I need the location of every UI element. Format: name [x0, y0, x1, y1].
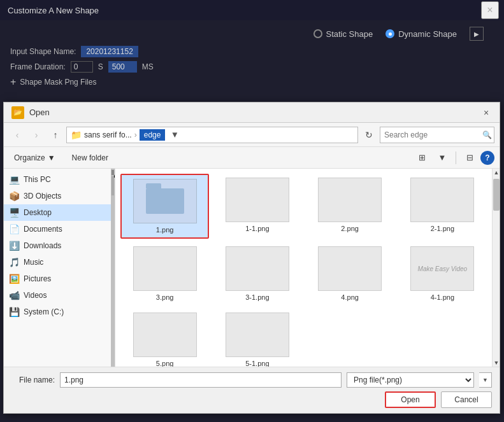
frame-ms-value: 500 — [108, 61, 137, 73]
file-name-row: File name: Png file(*.png) ▼ — [11, 372, 492, 388]
back-button[interactable]: ‹ — [9, 127, 25, 143]
frame-s-label: S — [98, 62, 103, 71]
file-item-6[interactable]: 3-1.png — [213, 243, 301, 305]
shape-type-group: Static Shape Dynamic Shape ▶ — [313, 27, 484, 41]
sidebar-item-documents[interactable]: 📄 Documents — [4, 221, 115, 237]
file-area: 1.png 1-1.png 2.png 2-1 — [115, 169, 492, 367]
file-item-5[interactable]: 3.png — [120, 243, 209, 305]
input-shape-name-value: 20201231152 — [81, 46, 138, 57]
file-name-3: 2.png — [341, 225, 359, 232]
file-item-3[interactable]: 2.png — [306, 174, 394, 239]
static-shape-option[interactable]: Static Shape — [313, 29, 373, 39]
toolbar-row: Organize ▼ New folder ⊞ ▼ ⊟ ? — [4, 147, 500, 169]
file-scrollbar[interactable]: ▲ ▼ — [492, 169, 500, 367]
file-item-10[interactable]: 5-1.png — [213, 309, 301, 367]
frame-ms-label: MS — [142, 62, 154, 71]
dynamic-shape-option[interactable]: Dynamic Shape — [385, 29, 457, 39]
file-type-dropdown-button[interactable]: ▼ — [479, 372, 492, 388]
up-button[interactable]: ↑ — [47, 127, 64, 143]
pictures-icon: 🖼️ — [9, 274, 20, 284]
sidebar-item-music[interactable]: 🎵 Music — [4, 254, 115, 271]
downloads-icon: ⬇️ — [9, 241, 20, 251]
file-thumbnail-10 — [226, 313, 289, 357]
sidebar-item-thispc[interactable]: 💻 This PC — [4, 171, 115, 188]
title-bar: Customize A New Shape × — [0, 0, 504, 20]
file-thumbnail-5 — [133, 246, 197, 291]
sidebar-item-label: Downloads — [24, 241, 61, 250]
refresh-button[interactable]: ↻ — [361, 127, 377, 143]
dynamic-shape-radio[interactable] — [385, 29, 394, 38]
sidebar-item-downloads[interactable]: ⬇️ Downloads — [4, 237, 115, 254]
breadcrumb-bar: 📁 sans serif fo... › edge ▼ — [66, 127, 358, 143]
file-item-9[interactable]: 5.png — [120, 309, 209, 367]
file-grid: 1.png 1-1.png 2.png 2-1 — [120, 174, 487, 367]
new-folder-button[interactable]: New folder — [66, 151, 115, 164]
organize-dropdown-icon: ▼ — [48, 153, 55, 162]
file-name-9: 5.png — [156, 360, 174, 367]
breadcrumb-folder-text: sans serif fo... — [84, 130, 132, 139]
frame-duration-label: Frame Duration: — [10, 62, 66, 71]
play-button[interactable]: ▶ — [470, 27, 484, 41]
file-thumbnail-1 — [133, 179, 197, 223]
file-thumbnail-9 — [133, 313, 197, 357]
file-name-input[interactable] — [60, 372, 342, 388]
file-type-select[interactable]: Png file(*.png) — [347, 372, 474, 388]
dynamic-shape-label: Dynamic Shape — [398, 29, 457, 39]
breadcrumb-current[interactable]: edge — [140, 129, 166, 141]
dialog-close-button[interactable]: × — [478, 106, 494, 120]
file-thumbnail-8: Make Easy Video — [410, 246, 474, 291]
app-close-button[interactable]: × — [481, 1, 499, 19]
static-shape-radio[interactable] — [313, 29, 322, 38]
sidebar-item-3dobjects[interactable]: 📦 3D Objects — [4, 188, 115, 204]
file-item-1[interactable]: 1.png — [120, 174, 209, 239]
file-name-5: 3.png — [156, 293, 174, 301]
videos-icon: 📹 — [9, 290, 20, 300]
dialog-bottom: File name: Png file(*.png) ▼ Open Cancel — [4, 367, 500, 413]
view-buttons: ⊞ ▼ ⊟ ? — [412, 150, 494, 166]
breadcrumb-sep: › — [134, 130, 137, 139]
dialog-title: Open — [29, 108, 473, 117]
sidebar-item-label: This PC — [24, 175, 51, 184]
file-name-8: 4-1.png — [431, 293, 454, 301]
input-shape-name-row: Input Shape Name: 20201231152 — [10, 46, 494, 57]
breadcrumb-dropdown-button[interactable]: ▼ — [168, 127, 182, 143]
sidebar-scroll-up-arrow[interactable]: ▲ — [112, 170, 114, 175]
sidebar-item-label: Documents — [24, 225, 62, 234]
view-button-3[interactable]: ⊟ — [460, 150, 479, 166]
sidebar-item-label: Music — [24, 258, 43, 267]
file-item-2[interactable]: 1-1.png — [213, 174, 301, 239]
sidebar-item-label: System (C:) — [24, 307, 64, 316]
forward-button[interactable]: › — [28, 127, 45, 143]
sidebar-item-videos[interactable]: 📹 Videos — [4, 287, 115, 304]
file-item-4[interactable]: 2-1.png — [398, 174, 487, 239]
file-name-10: 5-1.png — [245, 360, 269, 367]
sidebar: ▲ 💻 This PC 📦 3D Objects 🖥️ Desktop 📄 — [4, 169, 115, 367]
file-name-6: 3-1.png — [245, 293, 269, 301]
nav-bar: ‹ › ↑ 📁 sans serif fo... › edge ▼ ↻ 🔍 — [4, 123, 500, 147]
sidebar-scrollbar[interactable]: ▲ — [111, 169, 115, 367]
view-button-2[interactable]: ▼ — [433, 150, 452, 166]
search-box: 🔍 — [380, 127, 494, 143]
file-thumbnail-4 — [410, 178, 474, 222]
organize-button[interactable]: Organize ▼ — [9, 151, 61, 164]
open-button[interactable]: Open — [385, 391, 436, 408]
search-input[interactable] — [384, 130, 480, 139]
file-item-8[interactable]: Make Easy Video 4-1.png — [398, 243, 487, 305]
cancel-button[interactable]: Cancel — [441, 391, 492, 408]
help-button[interactable]: ? — [480, 151, 494, 165]
frame-s-input[interactable] — [71, 61, 93, 73]
settings-area: Static Shape Dynamic Shape ▶ Input Shape… — [0, 20, 504, 93]
organize-label: Organize — [14, 153, 45, 162]
view-button-1[interactable]: ⊞ — [412, 150, 431, 166]
scroll-up-arrow[interactable]: ▲ — [493, 169, 500, 176]
scroll-down-arrow[interactable]: ▼ — [493, 359, 500, 367]
sidebar-item-pictures[interactable]: 🖼️ Pictures — [4, 271, 115, 287]
sidebar-item-systemc[interactable]: 💾 System (C:) — [4, 304, 115, 320]
file-item-7[interactable]: 4.png — [306, 243, 394, 305]
scroll-thumb[interactable] — [493, 179, 500, 211]
file-name-2: 1-1.png — [245, 225, 269, 232]
documents-icon: 📄 — [9, 224, 20, 234]
file-name-label: File name: — [11, 376, 55, 384]
sidebar-item-desktop[interactable]: 🖥️ Desktop — [4, 204, 115, 221]
systemc-icon: 💾 — [9, 307, 20, 317]
